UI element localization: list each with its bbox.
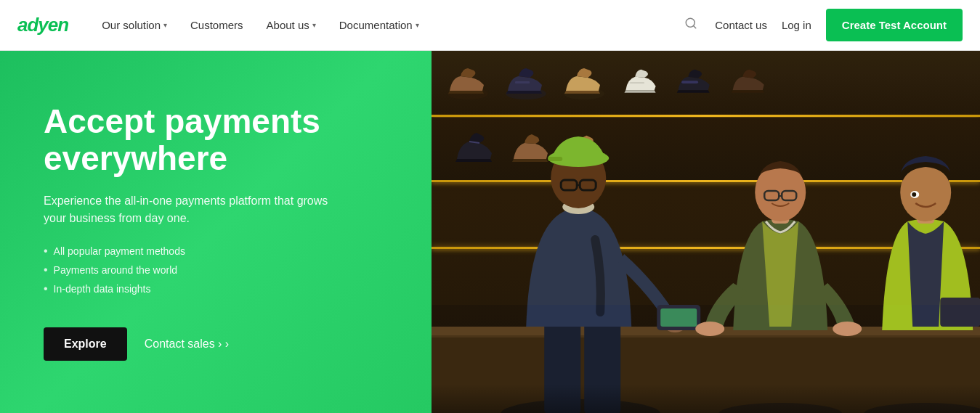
- contact-sales-link[interactable]: Contact sales ›: [145, 338, 230, 351]
- chevron-down-icon-about: ▾: [312, 21, 316, 29]
- login-link[interactable]: Log in: [782, 19, 811, 31]
- svg-point-30: [695, 322, 724, 336]
- nav-label-about-us: About us: [267, 19, 309, 31]
- contact-us-link[interactable]: Contact us: [715, 19, 767, 31]
- list-item: All popular payment methods: [44, 245, 388, 258]
- hero-section: Accept payments everywhere Experience th…: [0, 51, 980, 413]
- nav-item-documentation[interactable]: Documentation ▾: [329, 13, 429, 37]
- nav-label-our-solution: Our solution: [102, 19, 161, 31]
- bottom-gradient: [432, 384, 980, 413]
- nav-label-documentation: Documentation: [339, 19, 413, 31]
- nav-item-about-us[interactable]: About us ▾: [256, 13, 326, 37]
- nav-label-customers: Customers: [190, 19, 243, 31]
- chevron-down-icon-docs: ▾: [416, 21, 419, 29]
- people-scene: [432, 51, 980, 413]
- nav-item-customers[interactable]: Customers: [180, 13, 254, 37]
- hero-right-panel: [432, 51, 980, 413]
- hero-buttons: Explore Contact sales ›: [44, 327, 388, 361]
- hero-subheading: Experience the all-in-one payments platf…: [44, 192, 334, 227]
- search-icon[interactable]: [681, 14, 700, 36]
- hero-left-panel: Accept payments everywhere Experience th…: [0, 51, 432, 413]
- chevron-down-icon: ▾: [163, 21, 167, 29]
- nav-links: Our solution ▾ Customers About us ▾ Docu…: [92, 13, 681, 37]
- nav-item-our-solution[interactable]: Our solution ▾: [92, 13, 177, 37]
- hero-feature-list: All popular payment methods Payments aro…: [44, 245, 388, 301]
- list-item: In-depth data insights: [44, 282, 388, 295]
- svg-rect-38: [432, 51, 980, 305]
- svg-line-1: [694, 25, 696, 28]
- list-item: Payments around the world: [44, 263, 388, 277]
- nav-right: Contact us Log in Create Test Account: [681, 9, 963, 41]
- hero-heading: Accept payments everywhere: [44, 103, 388, 176]
- hero-image: [432, 51, 980, 413]
- svg-point-31: [833, 322, 862, 336]
- logo[interactable]: adyen: [17, 14, 68, 36]
- svg-rect-23: [660, 308, 697, 327]
- navigation: adyen Our solution ▾ Customers About us …: [0, 0, 980, 51]
- create-test-account-button[interactable]: Create Test Account: [826, 9, 963, 41]
- explore-button[interactable]: Explore: [44, 327, 127, 361]
